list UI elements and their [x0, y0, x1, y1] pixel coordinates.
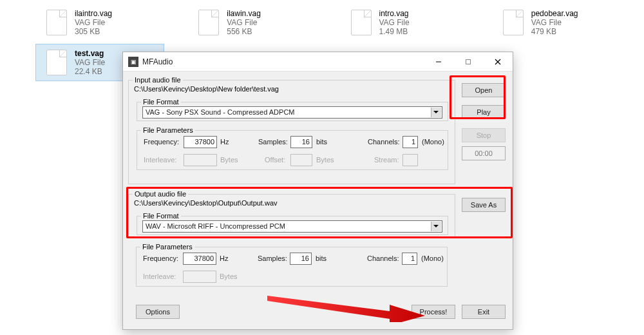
- samples-label: Samples:: [258, 254, 287, 262]
- file-icon: [46, 10, 67, 35]
- input-samples-field[interactable]: 16: [290, 136, 312, 148]
- file-icon: [46, 50, 67, 75]
- offset-label: Offset:: [265, 156, 285, 164]
- file-size: 1.49 MB: [379, 27, 410, 36]
- file-size: 479 KB: [531, 27, 578, 36]
- interleave-unit: Bytes: [220, 156, 238, 164]
- input-stream-field: [402, 154, 418, 166]
- output-channels-field[interactable]: 1: [402, 253, 417, 265]
- input-file-format-group: File Format VAG - Sony PSX Sound - Compr…: [137, 98, 448, 121]
- file-icon: [503, 10, 524, 35]
- options-button[interactable]: Options: [136, 305, 180, 319]
- output-params-group: File Parameters Frequency: 37800 Hz Samp…: [136, 243, 448, 287]
- file-type: VAG File: [75, 58, 105, 67]
- file-type: VAG File: [379, 18, 410, 27]
- close-button[interactable]: [483, 52, 513, 72]
- file-item[interactable]: intro.vag VAG File 1.49 MB: [340, 4, 492, 41]
- app-icon: ▣: [128, 57, 138, 67]
- samples-label: Samples:: [258, 138, 288, 146]
- play-button[interactable]: Play: [462, 105, 506, 119]
- file-item[interactable]: ilawin.vag VAG File 556 KB: [187, 4, 339, 41]
- input-format-value: VAG - Sony PSX Sound - Compressed ADPCM: [146, 108, 295, 116]
- file-icon: [198, 10, 219, 35]
- open-button[interactable]: Open: [462, 83, 506, 97]
- file-type: VAG File: [75, 18, 112, 27]
- input-params-legend: File Parameters: [141, 126, 195, 134]
- exit-button[interactable]: Exit: [462, 305, 506, 319]
- stream-label: Stream:: [374, 156, 399, 164]
- interleave-label: Interleave:: [143, 273, 176, 280]
- input-channels-field[interactable]: 1: [402, 136, 418, 148]
- freq-unit: Hz: [220, 138, 229, 146]
- chevron-down-icon: [433, 111, 439, 113]
- file-name: pedobear.vag: [531, 9, 578, 18]
- output-interleave-field: [183, 271, 216, 283]
- window-title: MFAudio: [142, 57, 424, 66]
- channels-unit: (Mono): [421, 254, 444, 262]
- chevron-down-icon: [433, 225, 439, 227]
- input-path: C:\Users\Kevincy\Desktop\New folder\test…: [134, 85, 447, 93]
- minimize-icon: [435, 59, 442, 65]
- file-size: 305 KB: [75, 27, 112, 36]
- input-offset-field: [290, 154, 312, 166]
- input-params-group: File Parameters Frequency: 37800 Hz Samp…: [137, 126, 448, 170]
- output-path: C:\Users\Kevincy\Desktop\Output\Output.w…: [134, 199, 447, 207]
- interleave-label: Interleave:: [144, 156, 176, 164]
- maximize-button[interactable]: [453, 52, 483, 72]
- output-file-format-group: File Format WAV - Microsoft RIFF - Uncom…: [137, 212, 448, 235]
- channels-label: Channels:: [368, 138, 400, 146]
- file-type: VAG File: [531, 18, 578, 27]
- file-icon: [351, 10, 372, 35]
- file-type: VAG File: [227, 18, 261, 27]
- input-legend: Input audio file: [133, 76, 183, 84]
- freq-unit: Hz: [220, 254, 228, 262]
- freq-label: Frequency:: [144, 138, 179, 146]
- file-name: test.vag: [75, 49, 105, 58]
- input-audio-group: Input audio file C:\Users\Kevincy\Deskto…: [128, 76, 455, 184]
- file-size: 556 KB: [227, 27, 261, 36]
- titlebar[interactable]: ▣ MFAudio: [123, 52, 513, 72]
- output-legend: Output audio file: [133, 190, 188, 198]
- output-audio-group: Output audio file C:\Users\Kevincy\Deskt…: [128, 190, 455, 238]
- interleave-unit: Bytes: [220, 273, 238, 280]
- output-format-value: WAV - Microsoft RIFF - Uncompressed PCM: [146, 222, 285, 230]
- output-freq-field[interactable]: 37800: [183, 253, 216, 265]
- input-freq-field[interactable]: 37800: [184, 136, 217, 148]
- samples-unit: bits: [316, 138, 327, 146]
- channels-unit: (Mono): [422, 138, 444, 146]
- file-item[interactable]: ilaintro.vag VAG File 305 KB: [35, 4, 187, 41]
- freq-label: Frequency:: [143, 254, 178, 262]
- samples-unit: bits: [316, 254, 327, 262]
- process-button[interactable]: Process!: [412, 305, 455, 319]
- file-name: ilaintro.vag: [75, 9, 112, 18]
- stop-button: Stop: [462, 128, 506, 142]
- file-item[interactable]: pedobear.vag VAG File 479 KB: [492, 4, 644, 41]
- channels-label: Channels:: [367, 254, 399, 262]
- file-name: intro.vag: [379, 9, 410, 18]
- output-params-legend: File Parameters: [140, 243, 194, 251]
- input-format-combo[interactable]: VAG - Sony PSX Sound - Compressed ADPCM: [142, 106, 442, 119]
- input-fileformat-legend: File Format: [141, 98, 181, 106]
- output-format-combo[interactable]: WAV - Microsoft RIFF - Uncompressed PCM: [142, 220, 442, 233]
- output-samples-field[interactable]: 16: [290, 253, 312, 265]
- mfaudio-window: ▣ MFAudio Input audio file C:\Users\Kevi…: [122, 52, 513, 330]
- maximize-icon: [465, 59, 471, 65]
- file-size: 22.4 KB: [75, 67, 105, 76]
- minimize-button[interactable]: [424, 52, 453, 72]
- save-as-button[interactable]: Save As: [462, 198, 506, 212]
- offset-unit: Bytes: [316, 156, 334, 164]
- time-display: 00:00: [462, 146, 506, 160]
- output-fileformat-legend: File Format: [141, 212, 181, 220]
- file-name: ilawin.vag: [227, 9, 261, 18]
- input-interleave-field: [184, 154, 217, 166]
- svg-rect-1: [466, 59, 471, 64]
- close-icon: [495, 59, 501, 65]
